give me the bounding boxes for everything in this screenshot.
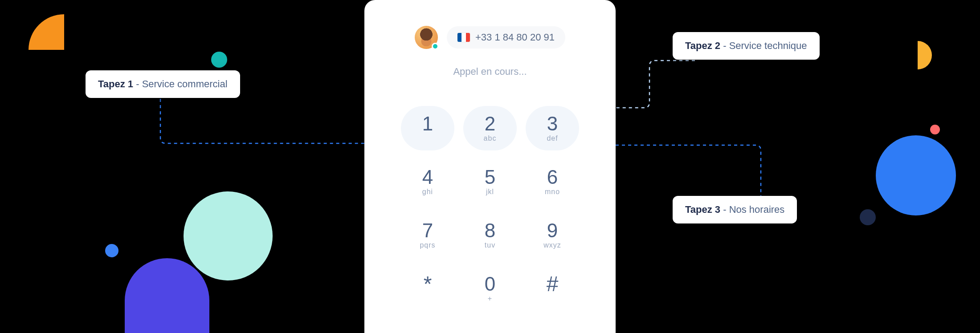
flag-fr-icon xyxy=(457,33,470,42)
key-sub: mno xyxy=(545,188,560,196)
decoration-indigo-pill xyxy=(125,258,209,333)
decoration-orange-quarter xyxy=(29,14,64,50)
keypad: 1 2 abc 3 def 4 ghi 5 jkl 6 mno 7 pqrs 8 xyxy=(364,106,616,311)
callout-sep: - xyxy=(720,40,729,51)
call-status: Appel en cours... xyxy=(364,66,616,77)
callout-press-3: Tapez 3 - Nos horaires xyxy=(673,196,797,223)
key-digit: 7 xyxy=(422,221,433,240)
key-digit: 6 xyxy=(547,167,558,187)
key-sub: def xyxy=(547,134,558,142)
keypad-key-0[interactable]: 0 + xyxy=(463,266,517,311)
key-digit: * xyxy=(424,273,432,295)
decoration-mint-circle xyxy=(184,191,273,280)
key-sub: tuv xyxy=(485,241,495,249)
keypad-key-3[interactable]: 3 def xyxy=(526,106,579,150)
key-digit: 0 xyxy=(485,274,495,294)
keypad-key-6[interactable]: 6 mno xyxy=(526,159,579,204)
keypad-key-7[interactable]: 7 pqrs xyxy=(401,213,454,257)
callout-text: Nos horaires xyxy=(729,204,785,215)
decoration-coral-dot xyxy=(930,125,940,134)
dialer-card: +33 1 84 80 20 91 Appel en cours... 1 2 … xyxy=(364,0,616,333)
decoration-big-blue-circle xyxy=(876,135,956,215)
decoration-dark-dot xyxy=(860,209,876,225)
key-digit: 3 xyxy=(547,114,558,134)
callout-text: Service commercial xyxy=(142,78,228,89)
callout-bold: Tapez 3 xyxy=(685,204,720,215)
key-sub: wxyz xyxy=(543,241,561,249)
keypad-key-1[interactable]: 1 xyxy=(401,106,454,150)
callout-bold: Tapez 2 xyxy=(685,40,720,51)
callout-text: Service technique xyxy=(729,40,807,51)
decoration-yellow-half xyxy=(918,41,932,69)
callout-press-2: Tapez 2 - Service technique xyxy=(673,32,820,60)
phone-number-pill[interactable]: +33 1 84 80 20 91 xyxy=(447,26,565,49)
key-sub: jkl xyxy=(486,188,494,196)
callout-sep: - xyxy=(133,78,142,89)
callout-sep: - xyxy=(720,204,729,215)
keypad-key-2[interactable]: 2 abc xyxy=(463,106,517,150)
callout-press-1: Tapez 1 - Service commercial xyxy=(86,70,240,98)
key-sub: pqrs xyxy=(420,241,435,249)
keypad-key-star[interactable]: * xyxy=(401,266,454,311)
key-digit: 4 xyxy=(422,167,433,187)
key-digit: 2 xyxy=(485,114,495,134)
keypad-key-4[interactable]: 4 ghi xyxy=(401,159,454,204)
avatar[interactable] xyxy=(415,26,438,49)
key-sub: ghi xyxy=(422,188,433,196)
decoration-blue-dot xyxy=(105,244,118,257)
key-digit: 5 xyxy=(485,167,495,187)
key-digit: # xyxy=(547,273,559,295)
presence-indicator-icon xyxy=(432,43,439,50)
key-digit: 9 xyxy=(547,221,558,240)
keypad-key-hash[interactable]: # xyxy=(526,266,579,311)
key-sub: + xyxy=(488,295,492,303)
keypad-key-8[interactable]: 8 tuv xyxy=(463,213,517,257)
key-sub: abc xyxy=(484,134,497,142)
key-digit: 1 xyxy=(422,114,433,134)
callout-bold: Tapez 1 xyxy=(98,78,133,89)
keypad-key-9[interactable]: 9 wxyz xyxy=(526,213,579,257)
decoration-teal-dot xyxy=(211,52,227,68)
key-digit: 8 xyxy=(485,221,495,240)
dialer-header: +33 1 84 80 20 91 xyxy=(364,26,616,49)
phone-number-text: +33 1 84 80 20 91 xyxy=(475,32,555,43)
keypad-key-5[interactable]: 5 jkl xyxy=(463,159,517,204)
